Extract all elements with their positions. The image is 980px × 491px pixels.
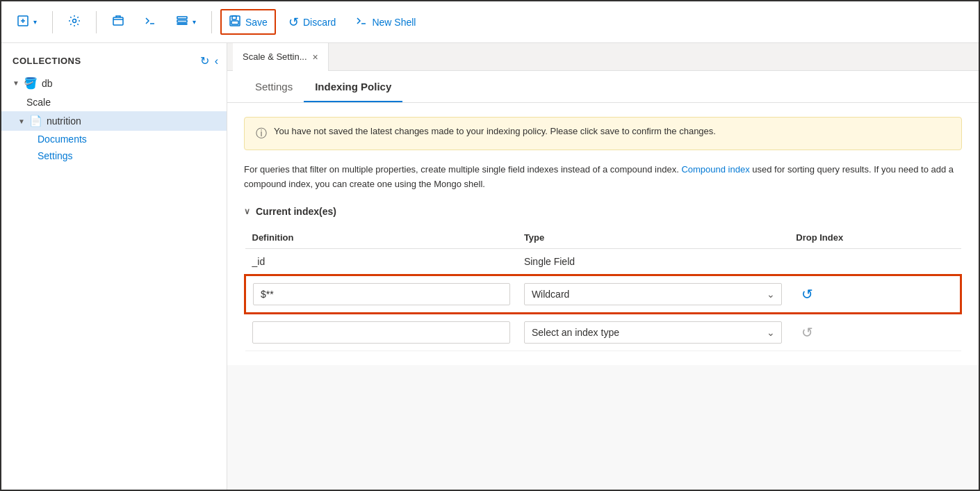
more-button[interactable]: ▾ [169,10,203,33]
svg-rect-8 [231,21,238,24]
db-icon: 🪣 [24,77,38,90]
new-drop-cell: ↺ [789,313,961,351]
db-label: db [42,78,53,89]
sidebar-item-nutrition[interactable]: ▼ 📄 nutrition [1,111,227,131]
reset-button-wildcard[interactable]: ↺ [796,283,819,305]
info-part1: For queries that filter on multiple prop… [244,164,681,175]
editable-drop-cell: ↺ [789,275,961,313]
scale-label: Scale [26,97,51,108]
scale-settings-tab[interactable]: Scale & Settin... × [233,43,329,71]
tab-settings[interactable]: Settings [244,71,304,102]
collapse-button[interactable]: ‹ [215,54,218,67]
row-type-id: Single Field [517,248,789,275]
new-shell-label: New Shell [372,17,416,28]
nutrition-icon: 📄 [29,115,42,127]
open-button[interactable] [105,10,131,33]
editable-row-wildcard: Wildcard Single Field ↺ [245,275,961,313]
sidebar-icons: ↻ ‹ [200,54,218,67]
sidebar: COLLECTIONS ↻ ‹ ▼ 🪣 db Scale ▼ 📄 nutriti… [1,43,227,491]
content-area: Scale & Settin... × Settings Indexing Po… [227,43,979,491]
toolbar: ▾ ▾ Save ↺ Discard [1,1,979,43]
compound-index-link[interactable]: Compound index [681,164,749,175]
new-container-button[interactable]: ▾ [10,10,44,33]
editable-type-cell: Wildcard Single Field [517,275,789,313]
svg-rect-3 [177,17,187,19]
table-row: _id Single Field [245,248,961,275]
main-panel: ⓘ You have not saved the latest changes … [227,103,979,365]
more-icon [176,15,188,29]
section-header: ∨ Current index(es) [244,206,962,217]
main-layout: COLLECTIONS ↻ ‹ ▼ 🪣 db Scale ▼ 📄 nutriti… [1,43,979,491]
info-circle-icon: ⓘ [256,127,267,141]
sidebar-item-db[interactable]: ▼ 🪣 db [1,73,227,93]
svg-rect-7 [232,16,236,19]
type-select-wrapper: Wildcard Single Field [524,283,782,305]
save-icon [229,15,241,29]
reset-button-new[interactable]: ↺ [796,321,819,344]
new-index-row: Select an index type Wildcard Single Fie… [245,313,961,351]
tab-indexing-policy[interactable]: Indexing Policy [304,71,402,102]
sidebar-header: COLLECTIONS ↻ ‹ [1,43,227,73]
shell-icon [355,15,368,29]
sidebar-item-documents[interactable]: Documents [38,131,227,147]
chevron-icon: ▼ [13,79,19,87]
terminal-button[interactable] [137,10,163,33]
sidebar-item-scale[interactable]: Scale [1,93,227,111]
info-text: For queries that filter on multiple prop… [244,163,962,192]
index-table: Definition Type Drop Index _id Single Fi… [244,227,962,351]
sidebar-children: Documents Settings [1,131,227,164]
tab-label: Scale & Settin... [243,51,307,62]
col-type-header: Type [517,227,789,249]
discard-button[interactable]: ↺ Discard [281,10,343,34]
tab-settings-label: Settings [255,81,293,92]
separator-3 [211,11,212,33]
tab-close-icon[interactable]: × [313,51,318,63]
sidebar-item-settings[interactable]: Settings [38,147,227,164]
table-header: Definition Type Drop Index [245,227,961,249]
definition-input-new[interactable] [252,321,510,344]
editable-definition-cell [245,275,517,313]
warning-message: You have not saved the latest changes ma… [274,126,716,136]
col-drop-header: Drop Index [789,227,961,249]
save-label: Save [245,17,268,28]
svg-rect-5 [177,24,187,24]
container-icon [17,15,29,29]
chevron-icon-nutrition: ▼ [18,118,25,125]
section-chevron-icon: ∨ [244,207,250,216]
new-type-select-wrapper: Select an index type Wildcard Single Fie… [524,321,782,344]
tab-bar: Scale & Settin... × [227,43,979,71]
warning-box: ⓘ You have not saved the latest changes … [244,117,962,150]
new-type-cell: Select an index type Wildcard Single Fie… [517,313,789,351]
chevron-down-icon: ▾ [33,18,37,26]
svg-rect-2 [113,17,123,25]
definition-input-wildcard[interactable] [253,283,510,305]
col-definition-header: Definition [245,227,517,249]
svg-point-1 [73,19,76,23]
type-select-new[interactable]: Select an index type Wildcard Single Fie… [524,321,782,344]
section-title: Current index(es) [256,206,336,217]
new-definition-cell [245,313,517,351]
separator-2 [96,11,97,33]
sidebar-title: COLLECTIONS [13,56,81,66]
discard-label: Discard [303,17,336,28]
new-shell-button[interactable]: New Shell [348,10,423,33]
row-drop-id [789,248,961,275]
open-icon [112,15,124,29]
row-definition-id: _id [245,248,517,275]
terminal-icon [144,15,156,29]
inner-tab-bar: Settings Indexing Policy [227,71,979,103]
refresh-button[interactable]: ↻ [200,54,209,67]
gear-icon [68,15,81,29]
nutrition-label: nutrition [47,115,81,127]
separator-1 [52,11,53,33]
settings-button[interactable] [61,10,88,33]
chevron-down-icon-2: ▾ [193,18,196,26]
discard-icon: ↺ [288,15,299,30]
type-select-wildcard[interactable]: Wildcard Single Field [524,283,782,305]
save-button[interactable]: Save [220,9,276,35]
svg-rect-4 [177,20,187,22]
tab-indexing-label: Indexing Policy [315,81,391,92]
